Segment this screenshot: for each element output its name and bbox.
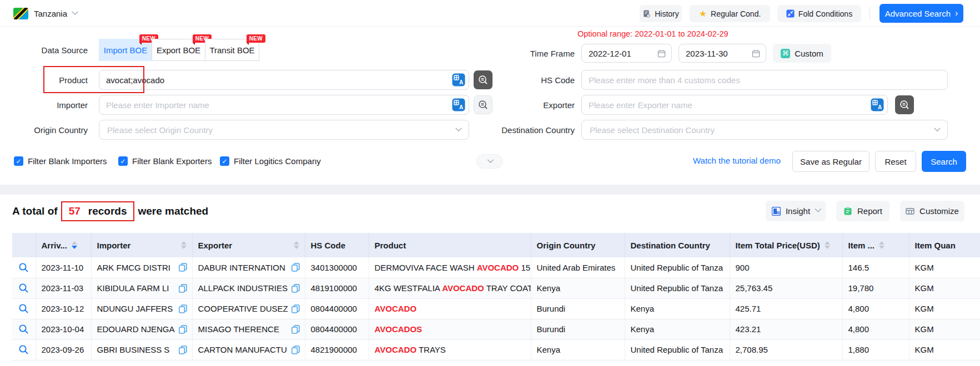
col-item-total-price[interactable]: Item Total Price(USD) bbox=[730, 233, 842, 257]
table-row: 2023-11-03 KIBIDULA FARM LI ALLPACK INDU… bbox=[12, 278, 980, 298]
checkbox-filter-logitics-company[interactable]: ✓ Filter Logitics Company bbox=[220, 156, 321, 166]
cell-qty: KGM bbox=[909, 257, 980, 278]
fold-icon bbox=[786, 9, 795, 18]
history-button[interactable]: History bbox=[640, 5, 682, 22]
tab-export-boe-label: Export BOE bbox=[157, 45, 200, 55]
circled-equals-icon bbox=[899, 99, 910, 110]
hs-code-field bbox=[581, 70, 948, 90]
regular-cond-label: Regular Cond. bbox=[711, 9, 761, 18]
importer-input[interactable] bbox=[99, 95, 452, 114]
tab-import-boe[interactable]: Import BOE NEW bbox=[99, 39, 152, 61]
row-search-icon[interactable] bbox=[18, 303, 29, 314]
row-detail-cell bbox=[12, 298, 36, 319]
tab-import-boe-label: Import BOE bbox=[104, 45, 147, 55]
cell-item: 4,800 bbox=[842, 298, 909, 319]
report-button[interactable]: Report bbox=[836, 201, 889, 221]
advanced-search-label: Advanced Search bbox=[885, 9, 951, 18]
checkbox-filter-blank-exporters[interactable]: ✓ Filter Blank Exporters bbox=[118, 156, 212, 166]
hs-code-input[interactable] bbox=[582, 70, 947, 89]
date-end-value: 2023-11-30 bbox=[686, 49, 728, 58]
sort-icon bbox=[294, 241, 299, 249]
customize-button[interactable]: Customize bbox=[900, 201, 964, 221]
cell-item: 4,800 bbox=[842, 319, 909, 339]
product-label: Product bbox=[0, 75, 88, 85]
cell-price: 425.71 bbox=[730, 298, 842, 319]
col-exporter[interactable]: Exporter bbox=[192, 233, 305, 257]
cell-importer: NDUNGU JAFFERS bbox=[91, 298, 192, 319]
copy-icon[interactable] bbox=[178, 304, 188, 313]
cell-exporter: DABUR INTERNATION bbox=[192, 257, 305, 278]
cell-qty: KGM bbox=[909, 278, 980, 298]
row-search-icon[interactable] bbox=[18, 283, 29, 293]
cell-importer: GBRI BUSINESS S bbox=[91, 339, 192, 360]
custom-button[interactable]: ⌘ Custom bbox=[773, 44, 831, 63]
col-importer[interactable]: Importer bbox=[91, 233, 192, 257]
col-item-quantity: Item Quan bbox=[909, 233, 980, 257]
tab-export-boe[interactable]: Export BOE NEW bbox=[152, 39, 205, 61]
row-search-icon[interactable] bbox=[18, 324, 29, 334]
topbar: Tanzania History ★ Regular Cond. Fold Co… bbox=[0, 0, 980, 27]
insight-button[interactable]: BI Insight bbox=[766, 201, 826, 221]
search-button[interactable]: Search bbox=[922, 151, 966, 172]
row-search-icon[interactable] bbox=[18, 262, 29, 273]
fold-conditions-button[interactable]: Fold Conditions bbox=[777, 5, 861, 22]
col-label: Arriv... bbox=[42, 241, 67, 250]
copy-icon[interactable] bbox=[178, 283, 188, 293]
copy-icon[interactable] bbox=[291, 283, 300, 293]
cell-hs-code: 4819100000 bbox=[305, 278, 369, 298]
cell-hs-code: 3401300000 bbox=[305, 257, 369, 278]
destination-country-select[interactable]: Please select Destination Country bbox=[581, 120, 948, 140]
row-search-icon[interactable] bbox=[18, 344, 29, 355]
cell-price: 2,708.95 bbox=[730, 339, 842, 360]
report-icon bbox=[843, 207, 852, 216]
records-annotation-box: 57 records bbox=[61, 201, 135, 221]
section-divider bbox=[0, 185, 980, 195]
tutorial-demo-link[interactable]: Watch the tutorial demo bbox=[693, 156, 781, 165]
copy-icon[interactable] bbox=[291, 324, 300, 334]
importer-label: Importer bbox=[0, 100, 88, 110]
row-detail-cell bbox=[12, 319, 36, 339]
col-label: Item ... bbox=[848, 241, 875, 250]
col-label: Exporter bbox=[198, 241, 233, 250]
col-origin-country: Origin Country bbox=[531, 233, 625, 257]
cell-product: AVOCADOS bbox=[369, 319, 531, 339]
copy-icon[interactable] bbox=[291, 263, 300, 272]
copy-icon[interactable] bbox=[178, 263, 188, 272]
country-selector[interactable]: Tanzania bbox=[13, 0, 77, 27]
exact-match-toggle[interactable] bbox=[895, 95, 914, 114]
copy-icon[interactable] bbox=[291, 345, 300, 354]
checkbox-filter-blank-importers[interactable]: ✓ Filter Blank Importers bbox=[14, 156, 107, 166]
date-start-input[interactable]: 2022-12-01 bbox=[581, 44, 672, 63]
exporter-input[interactable] bbox=[582, 95, 871, 114]
chevron-down-icon bbox=[815, 206, 821, 212]
country-label: Tanzania bbox=[34, 9, 67, 18]
cell-item: 1,880 bbox=[842, 339, 909, 360]
product-input[interactable] bbox=[99, 70, 452, 89]
save-as-regular-button[interactable]: Save as Regular bbox=[792, 151, 870, 172]
calendar-icon bbox=[752, 49, 760, 58]
origin-country-select[interactable]: Please select Origin Country bbox=[99, 120, 469, 140]
copy-icon[interactable] bbox=[178, 324, 188, 334]
reset-button[interactable]: Reset bbox=[875, 151, 916, 172]
collapse-conditions-button[interactable] bbox=[476, 154, 503, 169]
advanced-search-button[interactable]: Advanced Search › bbox=[880, 4, 963, 23]
col-label: HS Code bbox=[311, 241, 346, 250]
new-badge: NEW bbox=[247, 34, 265, 43]
cell-origin: Burundi bbox=[531, 298, 625, 319]
data-source-tabs: Import BOE NEW Export BOE NEW Transit BO… bbox=[99, 39, 259, 61]
tab-transit-boe[interactable]: Transit BOE NEW bbox=[205, 39, 259, 61]
cell-product: 4KG WESTFALIA AVOCADO TRAY COAT bbox=[369, 278, 531, 298]
calendar-icon bbox=[657, 49, 666, 58]
fold-conditions-label: Fold Conditions bbox=[798, 9, 852, 18]
cell-qty: KGM bbox=[909, 339, 980, 360]
date-end-input[interactable]: 2023-11-30 bbox=[679, 44, 766, 63]
copy-icon[interactable] bbox=[291, 304, 300, 313]
keyword-highlight: AVOCADO bbox=[375, 304, 417, 313]
col-item[interactable]: Item ... bbox=[842, 233, 909, 257]
table-row: 2023-11-10 ARK FMCG DISTRI DABUR INTERNA… bbox=[12, 257, 980, 278]
col-arrival-date[interactable]: Arriv... bbox=[36, 233, 91, 257]
cell-price: 900 bbox=[730, 257, 842, 278]
translate-icon[interactable]: A bbox=[871, 98, 884, 111]
regular-cond-button[interactable]: ★ Regular Cond. bbox=[690, 5, 770, 22]
copy-icon[interactable] bbox=[178, 345, 188, 354]
